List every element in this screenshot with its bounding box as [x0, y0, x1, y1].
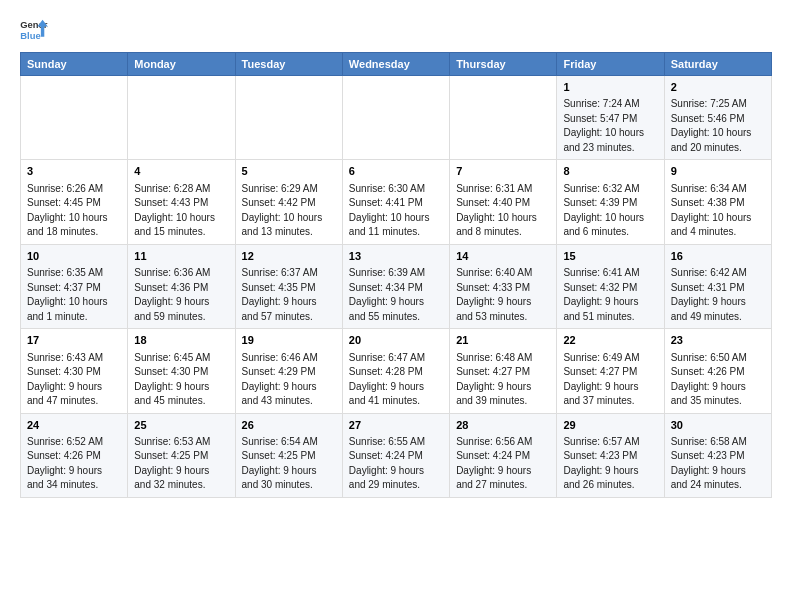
page: General Blue SundayMondayTuesdayWednesda… [0, 0, 792, 508]
day-info: Sunrise: 6:53 AM Sunset: 4:25 PM Dayligh… [134, 435, 228, 493]
day-info: Sunrise: 6:40 AM Sunset: 4:33 PM Dayligh… [456, 266, 550, 324]
weekday-header-sunday: Sunday [21, 53, 128, 76]
day-info: Sunrise: 6:29 AM Sunset: 4:42 PM Dayligh… [242, 182, 336, 240]
day-cell: 14Sunrise: 6:40 AM Sunset: 4:33 PM Dayli… [450, 244, 557, 328]
day-number: 29 [563, 418, 657, 433]
day-info: Sunrise: 6:28 AM Sunset: 4:43 PM Dayligh… [134, 182, 228, 240]
day-cell: 29Sunrise: 6:57 AM Sunset: 4:23 PM Dayli… [557, 413, 664, 497]
day-info: Sunrise: 6:35 AM Sunset: 4:37 PM Dayligh… [27, 266, 121, 324]
day-cell [128, 76, 235, 160]
day-cell: 15Sunrise: 6:41 AM Sunset: 4:32 PM Dayli… [557, 244, 664, 328]
day-number: 18 [134, 333, 228, 348]
day-info: Sunrise: 6:34 AM Sunset: 4:38 PM Dayligh… [671, 182, 765, 240]
day-cell: 30Sunrise: 6:58 AM Sunset: 4:23 PM Dayli… [664, 413, 771, 497]
day-info: Sunrise: 6:52 AM Sunset: 4:26 PM Dayligh… [27, 435, 121, 493]
week-row-2: 3Sunrise: 6:26 AM Sunset: 4:45 PM Daylig… [21, 160, 772, 244]
weekday-header-tuesday: Tuesday [235, 53, 342, 76]
day-number: 17 [27, 333, 121, 348]
day-number: 5 [242, 164, 336, 179]
day-number: 3 [27, 164, 121, 179]
day-cell: 19Sunrise: 6:46 AM Sunset: 4:29 PM Dayli… [235, 329, 342, 413]
svg-text:Blue: Blue [20, 30, 40, 41]
day-cell: 4Sunrise: 6:28 AM Sunset: 4:43 PM Daylig… [128, 160, 235, 244]
day-info: Sunrise: 6:45 AM Sunset: 4:30 PM Dayligh… [134, 351, 228, 409]
day-cell: 2Sunrise: 7:25 AM Sunset: 5:46 PM Daylig… [664, 76, 771, 160]
day-number: 11 [134, 249, 228, 264]
day-number: 10 [27, 249, 121, 264]
day-info: Sunrise: 6:56 AM Sunset: 4:24 PM Dayligh… [456, 435, 550, 493]
day-cell: 20Sunrise: 6:47 AM Sunset: 4:28 PM Dayli… [342, 329, 449, 413]
day-number: 4 [134, 164, 228, 179]
day-cell: 11Sunrise: 6:36 AM Sunset: 4:36 PM Dayli… [128, 244, 235, 328]
day-number: 19 [242, 333, 336, 348]
day-info: Sunrise: 6:43 AM Sunset: 4:30 PM Dayligh… [27, 351, 121, 409]
day-cell: 7Sunrise: 6:31 AM Sunset: 4:40 PM Daylig… [450, 160, 557, 244]
day-cell: 25Sunrise: 6:53 AM Sunset: 4:25 PM Dayli… [128, 413, 235, 497]
week-row-1: 1Sunrise: 7:24 AM Sunset: 5:47 PM Daylig… [21, 76, 772, 160]
day-cell: 18Sunrise: 6:45 AM Sunset: 4:30 PM Dayli… [128, 329, 235, 413]
day-info: Sunrise: 6:55 AM Sunset: 4:24 PM Dayligh… [349, 435, 443, 493]
day-info: Sunrise: 6:47 AM Sunset: 4:28 PM Dayligh… [349, 351, 443, 409]
day-number: 7 [456, 164, 550, 179]
day-cell: 9Sunrise: 6:34 AM Sunset: 4:38 PM Daylig… [664, 160, 771, 244]
weekday-header-monday: Monday [128, 53, 235, 76]
day-info: Sunrise: 6:50 AM Sunset: 4:26 PM Dayligh… [671, 351, 765, 409]
day-number: 23 [671, 333, 765, 348]
day-number: 28 [456, 418, 550, 433]
day-cell: 26Sunrise: 6:54 AM Sunset: 4:25 PM Dayli… [235, 413, 342, 497]
weekday-header-row: SundayMondayTuesdayWednesdayThursdayFrid… [21, 53, 772, 76]
day-cell: 17Sunrise: 6:43 AM Sunset: 4:30 PM Dayli… [21, 329, 128, 413]
day-cell: 22Sunrise: 6:49 AM Sunset: 4:27 PM Dayli… [557, 329, 664, 413]
day-cell: 27Sunrise: 6:55 AM Sunset: 4:24 PM Dayli… [342, 413, 449, 497]
day-number: 16 [671, 249, 765, 264]
day-info: Sunrise: 6:31 AM Sunset: 4:40 PM Dayligh… [456, 182, 550, 240]
logo-icon: General Blue [20, 18, 48, 42]
day-info: Sunrise: 6:39 AM Sunset: 4:34 PM Dayligh… [349, 266, 443, 324]
day-cell: 5Sunrise: 6:29 AM Sunset: 4:42 PM Daylig… [235, 160, 342, 244]
day-number: 14 [456, 249, 550, 264]
day-info: Sunrise: 6:37 AM Sunset: 4:35 PM Dayligh… [242, 266, 336, 324]
week-row-4: 17Sunrise: 6:43 AM Sunset: 4:30 PM Dayli… [21, 329, 772, 413]
day-number: 6 [349, 164, 443, 179]
day-number: 22 [563, 333, 657, 348]
week-row-3: 10Sunrise: 6:35 AM Sunset: 4:37 PM Dayli… [21, 244, 772, 328]
week-row-5: 24Sunrise: 6:52 AM Sunset: 4:26 PM Dayli… [21, 413, 772, 497]
weekday-header-thursday: Thursday [450, 53, 557, 76]
day-info: Sunrise: 6:49 AM Sunset: 4:27 PM Dayligh… [563, 351, 657, 409]
day-cell: 28Sunrise: 6:56 AM Sunset: 4:24 PM Dayli… [450, 413, 557, 497]
day-info: Sunrise: 7:25 AM Sunset: 5:46 PM Dayligh… [671, 97, 765, 155]
day-info: Sunrise: 6:32 AM Sunset: 4:39 PM Dayligh… [563, 182, 657, 240]
day-cell: 12Sunrise: 6:37 AM Sunset: 4:35 PM Dayli… [235, 244, 342, 328]
day-number: 24 [27, 418, 121, 433]
day-cell: 8Sunrise: 6:32 AM Sunset: 4:39 PM Daylig… [557, 160, 664, 244]
day-cell [235, 76, 342, 160]
weekday-header-wednesday: Wednesday [342, 53, 449, 76]
day-cell: 1Sunrise: 7:24 AM Sunset: 5:47 PM Daylig… [557, 76, 664, 160]
day-number: 1 [563, 80, 657, 95]
day-number: 9 [671, 164, 765, 179]
day-cell: 10Sunrise: 6:35 AM Sunset: 4:37 PM Dayli… [21, 244, 128, 328]
day-info: Sunrise: 6:48 AM Sunset: 4:27 PM Dayligh… [456, 351, 550, 409]
calendar-table: SundayMondayTuesdayWednesdayThursdayFrid… [20, 52, 772, 498]
day-info: Sunrise: 7:24 AM Sunset: 5:47 PM Dayligh… [563, 97, 657, 155]
day-info: Sunrise: 6:58 AM Sunset: 4:23 PM Dayligh… [671, 435, 765, 493]
day-number: 2 [671, 80, 765, 95]
header: General Blue [20, 18, 772, 42]
weekday-header-friday: Friday [557, 53, 664, 76]
weekday-header-saturday: Saturday [664, 53, 771, 76]
day-info: Sunrise: 6:41 AM Sunset: 4:32 PM Dayligh… [563, 266, 657, 324]
day-number: 15 [563, 249, 657, 264]
logo: General Blue [20, 18, 48, 42]
day-cell: 24Sunrise: 6:52 AM Sunset: 4:26 PM Dayli… [21, 413, 128, 497]
day-number: 30 [671, 418, 765, 433]
day-info: Sunrise: 6:42 AM Sunset: 4:31 PM Dayligh… [671, 266, 765, 324]
day-cell: 23Sunrise: 6:50 AM Sunset: 4:26 PM Dayli… [664, 329, 771, 413]
day-number: 25 [134, 418, 228, 433]
day-number: 8 [563, 164, 657, 179]
day-cell: 13Sunrise: 6:39 AM Sunset: 4:34 PM Dayli… [342, 244, 449, 328]
day-info: Sunrise: 6:54 AM Sunset: 4:25 PM Dayligh… [242, 435, 336, 493]
day-number: 26 [242, 418, 336, 433]
day-cell: 21Sunrise: 6:48 AM Sunset: 4:27 PM Dayli… [450, 329, 557, 413]
day-number: 20 [349, 333, 443, 348]
day-info: Sunrise: 6:46 AM Sunset: 4:29 PM Dayligh… [242, 351, 336, 409]
